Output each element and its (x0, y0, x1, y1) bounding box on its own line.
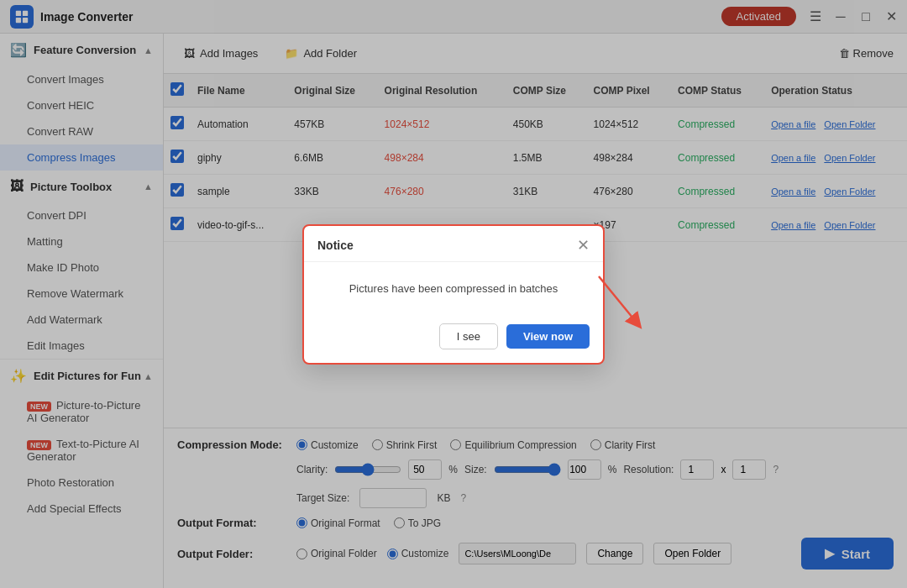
svg-line-5 (599, 276, 637, 323)
modal-footer: I see View now (304, 315, 603, 363)
red-arrow-annotation (590, 268, 649, 335)
view-now-button[interactable]: View now (506, 324, 590, 349)
modal-overlay: Notice ✕ Pictures have been compressed i… (0, 0, 907, 588)
modal-message: Pictures have been compressed in batches (349, 282, 558, 295)
modal-body: Pictures have been compressed in batches (304, 262, 603, 315)
modal-header: Notice ✕ (304, 226, 603, 262)
modal-title: Notice (317, 239, 354, 252)
i-see-button[interactable]: I see (439, 323, 498, 349)
modal-close-button[interactable]: ✕ (577, 238, 590, 253)
notice-modal: Notice ✕ Pictures have been compressed i… (302, 224, 605, 365)
